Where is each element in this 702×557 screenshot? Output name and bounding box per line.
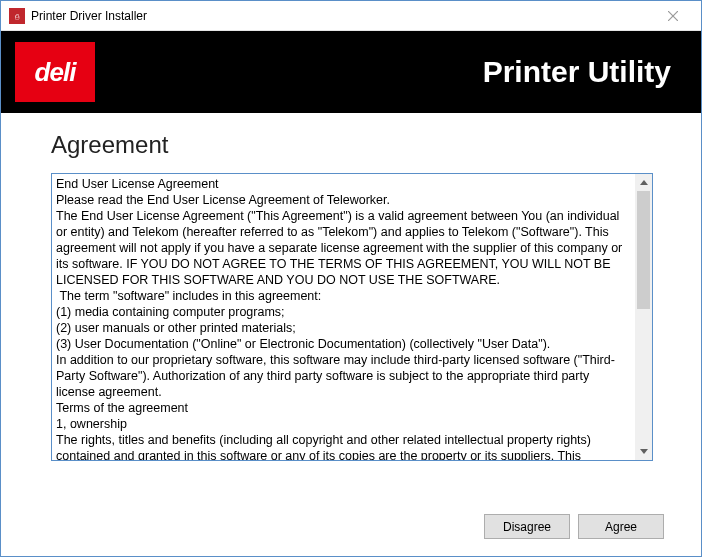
footer-buttons: Disagree Agree	[484, 514, 664, 539]
scrollbar[interactable]	[635, 174, 652, 460]
scroll-up-button[interactable]	[635, 174, 652, 191]
product-title: Printer Utility	[483, 55, 671, 89]
brand-logo: deli	[15, 42, 95, 102]
disagree-button[interactable]: Disagree	[484, 514, 570, 539]
license-text[interactable]: End User License Agreement Please read t…	[52, 174, 635, 460]
brand-logo-text: deli	[35, 57, 76, 88]
content-area: Agreement End User License Agreement Ple…	[1, 113, 701, 471]
scroll-down-button[interactable]	[635, 443, 652, 460]
header-banner: deli Printer Utility	[1, 31, 701, 113]
scroll-thumb[interactable]	[637, 191, 650, 309]
svg-marker-4	[640, 180, 648, 185]
agreement-heading: Agreement	[51, 131, 651, 159]
window-title: Printer Driver Installer	[31, 9, 653, 23]
license-box: End User License Agreement Please read t…	[51, 173, 653, 461]
agree-button[interactable]: Agree	[578, 514, 664, 539]
svg-marker-5	[640, 449, 648, 454]
app-icon: ⎙	[9, 8, 25, 24]
scroll-track[interactable]	[635, 191, 652, 443]
close-button[interactable]	[653, 2, 693, 30]
titlebar: ⎙ Printer Driver Installer	[1, 1, 701, 31]
